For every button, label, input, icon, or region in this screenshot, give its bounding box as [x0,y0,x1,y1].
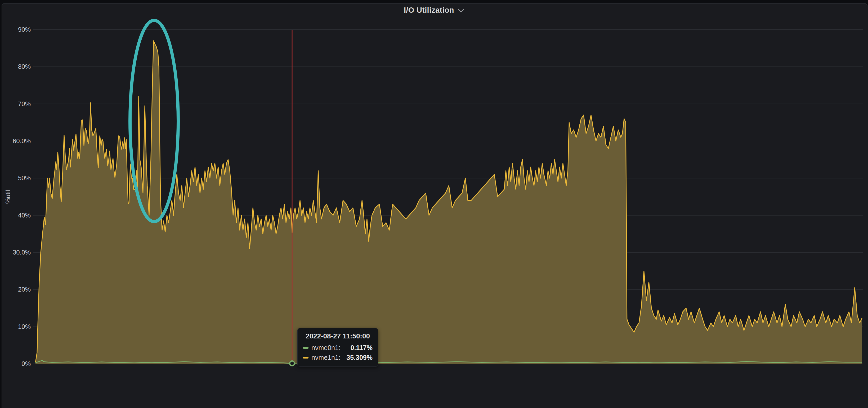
hover-point-marker [290,361,294,366]
series-color-dash-icon [303,357,309,359]
series-color-dash-icon [303,347,309,349]
tooltip-series-value: 0.117% [350,344,373,352]
y-axis-tick-label: 90% [0,25,31,34]
y-axis-tick-label: 20% [0,285,31,294]
panel-title: I/O Utilization [404,6,454,14]
y-axis-tick-label: 10% [0,322,31,331]
y-axis-tick-label: 50% [0,174,31,182]
tooltip-row: nvme1n1: 35.309% [303,354,373,362]
chart-area[interactable] [0,0,868,408]
tooltip-series-label: nvme0n1: [311,344,341,352]
panel-title-dropdown[interactable]: I/O Utilization [404,6,464,14]
tooltip-timestamp: 2022-08-27 11:50:00 [303,332,373,340]
panel-header: I/O Utilization [0,6,868,14]
y-axis-tick-label: 40% [0,211,31,219]
y-axis-tick-label: 80% [0,62,31,71]
hover-tooltip: 2022-08-27 11:50:00 nvme0n1: 0.117% nvme… [298,328,378,367]
y-axis-tick-label: 30.0% [0,248,31,257]
tooltip-series-value: 35.309% [346,354,373,362]
tooltip-row: nvme0n1: 0.117% [303,344,373,352]
y-axis-tick-label: 60.0% [0,137,31,145]
y-axis-tick-label: 70% [0,100,31,108]
y-axis-title: %util [4,190,12,204]
chevron-down-icon [458,9,464,13]
y-axis-tick-label: 0% [0,360,31,368]
tooltip-series-label: nvme1n1: [311,354,341,362]
